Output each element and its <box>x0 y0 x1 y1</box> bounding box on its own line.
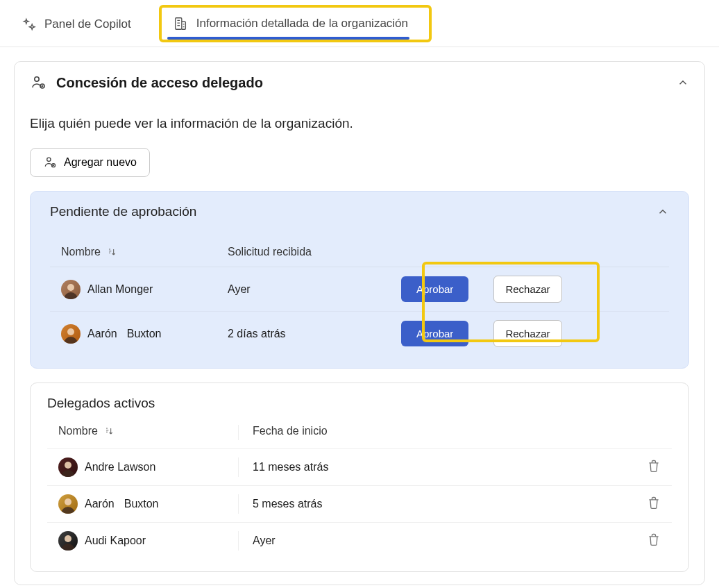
card-header: Concesión de acceso delegado <box>30 74 689 91</box>
approve-button[interactable]: Aprobar <box>401 321 468 346</box>
trash-icon[interactable] <box>647 459 661 473</box>
avatar <box>58 494 78 514</box>
tab-org-details-label: Información detallada de la organización <box>196 17 408 31</box>
add-new-button[interactable]: Agregar nuevo <box>30 148 150 177</box>
delegated-access-card: Concesión de acceso delegado Elija quién… <box>14 61 705 585</box>
col-received-header[interactable]: Solicitud recibida <box>228 246 401 258</box>
tab-org-details[interactable]: Información detallada de la organización <box>159 5 432 42</box>
tabs-bar: Panel de Copilot Información detallada d… <box>0 0 719 47</box>
sort-icon <box>106 246 117 258</box>
active-table-head: Nombre Fecha de inicio <box>47 419 672 448</box>
building-icon <box>173 16 188 31</box>
add-new-label: Agregar nuevo <box>64 156 137 169</box>
reject-button[interactable]: Rechazar <box>493 276 561 303</box>
card-description: Elija quién puede ver la información de … <box>30 116 689 131</box>
tab-copilot[interactable]: Panel de Copilot <box>14 5 139 42</box>
reject-button[interactable]: Rechazar <box>493 320 561 347</box>
pending-approval-panel: Pendiente de aprobación Nombre Solicitud… <box>30 191 689 369</box>
start-date: 11 meses atrás <box>239 461 633 473</box>
table-row: Aarón Buxton 5 meses atrás <box>47 485 672 522</box>
person-name: Allan Monger <box>87 283 153 296</box>
approve-button[interactable]: Aprobar <box>401 276 468 302</box>
chevron-up-icon[interactable] <box>677 76 689 89</box>
person-name: Aarón Buxton <box>87 328 162 340</box>
table-row: Andre Lawson 11 meses atrás <box>47 448 672 485</box>
person-add-icon <box>43 156 57 169</box>
avatar <box>58 457 78 477</box>
start-date: 5 meses atrás <box>239 498 633 510</box>
table-row: Audi Kapoor Ayer <box>47 522 672 559</box>
col-name-label: Nombre <box>58 425 98 437</box>
avatar <box>61 324 81 344</box>
person-delegate-icon <box>30 74 46 91</box>
received-date: 2 días atrás <box>228 328 401 340</box>
avatar <box>58 531 78 551</box>
svg-rect-0 <box>175 17 181 29</box>
start-date: Ayer <box>239 535 633 547</box>
sort-icon <box>103 426 115 437</box>
col-start-header[interactable]: Fecha de inicio <box>239 425 661 440</box>
received-date: Ayer <box>228 283 401 296</box>
card-title: Concesión de acceso delegado <box>56 75 263 91</box>
chevron-up-icon[interactable] <box>657 205 669 218</box>
col-name-header[interactable]: Nombre <box>58 425 239 440</box>
col-name-header[interactable]: Nombre <box>61 246 228 258</box>
svg-point-3 <box>47 158 51 161</box>
pending-title: Pendiente de aprobación <box>50 204 196 219</box>
person-name: Audi Kapoor <box>85 535 146 547</box>
pending-header: Pendiente de aprobación <box>50 204 669 219</box>
table-row: Aarón Buxton 2 días atrás Aprobar Rechaz… <box>50 311 669 355</box>
active-delegates-panel: Delegados activos Nombre Fecha de inicio… <box>30 383 689 572</box>
trash-icon[interactable] <box>647 532 661 546</box>
tab-copilot-label: Panel de Copilot <box>44 17 131 31</box>
avatar <box>61 280 81 299</box>
person-name: Aarón Buxton <box>85 498 159 510</box>
pending-table-head: Nombre Solicitud recibida <box>50 240 669 267</box>
sparkle-icon <box>22 17 36 31</box>
table-row: Allan Monger Ayer Aprobar Rechazar <box>50 267 669 311</box>
active-title: Delegados activos <box>47 396 672 411</box>
col-name-label: Nombre <box>61 246 101 258</box>
person-name: Andre Lawson <box>85 461 155 473</box>
svg-point-1 <box>35 77 39 81</box>
trash-icon[interactable] <box>647 496 661 510</box>
